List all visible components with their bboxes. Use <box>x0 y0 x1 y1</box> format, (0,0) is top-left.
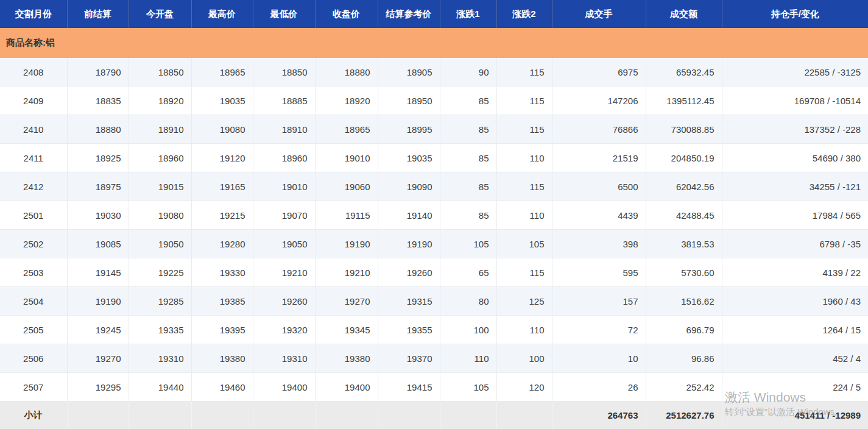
subtotal-volume: 264763 <box>552 402 646 429</box>
cell-settle_ref: 19315 <box>378 287 440 316</box>
cell-turnover: 62042.56 <box>646 172 722 201</box>
col-header-low[interactable]: 最低价 <box>253 0 315 28</box>
cell-change2: 115 <box>496 172 552 201</box>
col-header-change1[interactable]: 涨跌1 <box>440 0 496 28</box>
cell-open: 19050 <box>129 230 191 258</box>
cell-turnover: 1395112.45 <box>646 87 722 115</box>
cell-month: 2501 <box>0 201 67 230</box>
subtotal-empty-cell <box>440 402 496 429</box>
col-header-settle-ref[interactable]: 结算参考价 <box>378 0 440 28</box>
cell-volume: 6975 <box>552 58 646 87</box>
cell-prev_settle: 18790 <box>67 58 129 87</box>
col-header-delivery-month[interactable]: 交割月份 <box>0 0 67 28</box>
cell-low: 18850 <box>253 58 315 87</box>
cell-low: 19320 <box>253 316 315 344</box>
cell-close: 18920 <box>315 87 378 115</box>
col-header-open[interactable]: 今开盘 <box>129 0 191 28</box>
cell-open: 19310 <box>129 344 191 373</box>
cell-low: 19210 <box>253 258 315 287</box>
cell-change2: 125 <box>496 287 552 316</box>
table-body: 2408187901885018965188501888018905901156… <box>0 58 868 402</box>
cell-open_interest: 137352 / -228 <box>722 115 868 144</box>
col-header-close[interactable]: 收盘价 <box>315 0 378 28</box>
cell-volume: 21519 <box>552 144 646 172</box>
col-header-prev-settle[interactable]: 前结算 <box>67 0 129 28</box>
cell-change1: 80 <box>440 287 496 316</box>
subtotal-empty-cell <box>67 402 129 429</box>
table-row: 2409188351892019035188851892018950851151… <box>0 87 868 115</box>
cell-volume: 72 <box>552 316 646 344</box>
cell-month: 2410 <box>0 115 67 144</box>
cell-settle_ref: 18995 <box>378 115 440 144</box>
cell-settle_ref: 19260 <box>378 258 440 287</box>
subtotal-empty-cell <box>315 402 378 429</box>
cell-open: 19225 <box>129 258 191 287</box>
cell-change2: 115 <box>496 58 552 87</box>
col-header-high[interactable]: 最高价 <box>191 0 253 28</box>
col-header-open-interest[interactable]: 持仓手/变化 <box>722 0 868 28</box>
commodity-group-row: 商品名称:铝 <box>0 28 868 58</box>
cell-high: 19460 <box>191 373 253 402</box>
cell-volume: 26 <box>552 373 646 402</box>
cell-change2: 120 <box>496 373 552 402</box>
cell-turnover: 252.42 <box>646 373 722 402</box>
cell-settle_ref: 19355 <box>378 316 440 344</box>
cell-settle_ref: 19415 <box>378 373 440 402</box>
table-row: 2503191451922519330192101921019260651155… <box>0 258 868 287</box>
cell-change1: 85 <box>440 201 496 230</box>
subtotal-empty-cell <box>496 402 552 429</box>
cell-change2: 105 <box>496 230 552 258</box>
cell-month: 2504 <box>0 287 67 316</box>
cell-open: 19285 <box>129 287 191 316</box>
cell-high: 19280 <box>191 230 253 258</box>
cell-open: 18920 <box>129 87 191 115</box>
subtotal-empty-cell <box>129 402 191 429</box>
cell-volume: 147206 <box>552 87 646 115</box>
cell-low: 19400 <box>253 373 315 402</box>
cell-low: 18960 <box>253 144 315 172</box>
table-header: 交割月份 前结算 今开盘 最高价 最低价 收盘价 结算参考价 涨跌1 涨跌2 成… <box>0 0 868 28</box>
cell-month: 2503 <box>0 258 67 287</box>
cell-open_interest: 169708 / -10514 <box>722 87 868 115</box>
cell-turnover: 65932.45 <box>646 58 722 87</box>
cell-turnover: 42488.45 <box>646 201 722 230</box>
cell-month: 2507 <box>0 373 67 402</box>
cell-change1: 90 <box>440 58 496 87</box>
col-header-turnover[interactable]: 成交额 <box>646 0 722 28</box>
cell-high: 18965 <box>191 58 253 87</box>
cell-prev_settle: 19270 <box>67 344 129 373</box>
cell-volume: 595 <box>552 258 646 287</box>
cell-close: 19010 <box>315 144 378 172</box>
col-header-change2[interactable]: 涨跌2 <box>496 0 552 28</box>
subtotal-open-interest: 451411 / -12989 <box>722 402 868 429</box>
subtotal-turnover: 2512627.76 <box>646 402 722 429</box>
cell-change1: 100 <box>440 316 496 344</box>
cell-low: 18910 <box>253 115 315 144</box>
cell-change1: 105 <box>440 230 496 258</box>
col-header-volume[interactable]: 成交手 <box>552 0 646 28</box>
cell-high: 19330 <box>191 258 253 287</box>
cell-settle_ref: 19190 <box>378 230 440 258</box>
cell-settle_ref: 18905 <box>378 58 440 87</box>
cell-prev_settle: 18925 <box>67 144 129 172</box>
cell-prev_settle: 19145 <box>67 258 129 287</box>
cell-month: 2408 <box>0 58 67 87</box>
cell-month: 2411 <box>0 144 67 172</box>
cell-prev_settle: 19245 <box>67 316 129 344</box>
cell-open_interest: 17984 / 565 <box>722 201 868 230</box>
cell-high: 19080 <box>191 115 253 144</box>
cell-open_interest: 4139 / 22 <box>722 258 868 287</box>
cell-volume: 4439 <box>552 201 646 230</box>
cell-turnover: 696.79 <box>646 316 722 344</box>
cell-open_interest: 22585 / -3125 <box>722 58 868 87</box>
cell-open_interest: 6798 / -35 <box>722 230 868 258</box>
cell-change1: 105 <box>440 373 496 402</box>
table-row: 2411189251896019120189601901019035851102… <box>0 144 868 172</box>
cell-open: 18960 <box>129 144 191 172</box>
cell-change1: 85 <box>440 172 496 201</box>
cell-close: 19345 <box>315 316 378 344</box>
table-row: 2412189751901519165190101906019090851156… <box>0 172 868 201</box>
cell-volume: 6500 <box>552 172 646 201</box>
cell-close: 18880 <box>315 58 378 87</box>
cell-close: 19210 <box>315 258 378 287</box>
